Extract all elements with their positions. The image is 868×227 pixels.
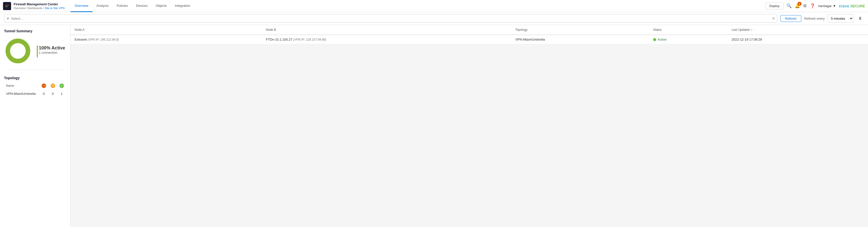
secure-label: SECURE: [850, 4, 865, 8]
svg-rect-0: [4, 3, 9, 8]
breadcrumb: Overview / Dashboards / Site to Site VPN: [13, 6, 64, 9]
notification-icon[interactable]: 🔔 2: [795, 3, 800, 8]
refresh-every-label: Refresh every: [804, 17, 825, 21]
tab-analysis[interactable]: Analysis: [92, 0, 113, 12]
topology-table: Name — ? ✓ VPN-: [4, 83, 66, 97]
filter-icon: ▼: [6, 17, 9, 21]
topo-col-name: Name: [4, 83, 39, 90]
cell-node-a: Extranet (VPN IP: 146.112.84.8): [70, 35, 262, 44]
col-header-status[interactable]: Status: [649, 25, 728, 35]
status-dot: [653, 38, 656, 41]
user-dropdown-icon: ▼: [833, 4, 836, 8]
cisco-logo: cisco SECURE: [839, 4, 865, 8]
col-header-last-updated[interactable]: Last Updated ↑: [727, 25, 868, 35]
topology-title: Topology: [4, 76, 66, 80]
cell-topology: VPN-MiamiUmbrella: [511, 35, 649, 44]
brand-title: Firewall Management Center Overview / Da…: [13, 2, 64, 10]
topo-row-orange: 0: [49, 90, 57, 97]
cisco-label: cisco: [839, 4, 849, 8]
cell-node-a-vpn: (VPN IP: 146.112.84.8): [88, 38, 119, 41]
help-icon[interactable]: ❓: [810, 3, 815, 8]
cell-node-b: FTDv-10.1.100.27 (VPN IP: 128.107.84.88): [262, 35, 511, 44]
notification-badge: 2: [798, 2, 802, 6]
nav-tabs: Overview Analysis Policies Devices Objec…: [70, 0, 766, 12]
filter-input-wrap: ▼ ✕: [4, 14, 777, 23]
status-active-indicator: Active: [653, 37, 724, 41]
user-menu[interactable]: namiagar ▼: [818, 4, 836, 8]
active-bar: [37, 46, 38, 57]
connections-count: 1 connection: [39, 51, 57, 55]
app-title: Firewall Management Center: [13, 2, 64, 6]
donut-chart: [4, 37, 32, 65]
topo-col-green: ✓: [57, 83, 66, 90]
tab-integration[interactable]: Integration: [171, 0, 194, 12]
donut-section: 100% Active 1 connection: [4, 37, 66, 70]
svg-rect-3: [8, 5, 8, 5]
status-label: Active: [658, 37, 666, 41]
svg-rect-5: [6, 6, 7, 7]
refresh-button[interactable]: Refresh: [780, 15, 802, 22]
topology-header-row: Name — ? ✓: [4, 83, 66, 90]
topo-row-name: VPN-MiamiUmbrella: [4, 90, 39, 97]
svg-point-8: [11, 44, 25, 58]
main-content: Tunnel Summary 100% Active 1 connection …: [0, 25, 868, 227]
breadcrumb-current: Site to Site VPN: [45, 6, 65, 9]
filter-clear-icon[interactable]: ✕: [772, 17, 775, 21]
deploy-button[interactable]: Deploy: [766, 2, 783, 9]
tab-devices[interactable]: Devices: [132, 0, 152, 12]
user-name: namiagar: [818, 4, 832, 8]
right-panel: Node A Node B Topology Status Last Updat…: [70, 25, 868, 227]
app-logo: [3, 2, 11, 10]
col-header-node-a[interactable]: Node A: [70, 25, 262, 35]
topo-row-red: 0: [39, 90, 49, 97]
topo-row-green: 1: [57, 90, 66, 97]
filter-bar: ▼ ✕ Refresh Refresh every 1 minute 2 min…: [0, 12, 868, 25]
tunnels-table: Node A Node B Topology Status Last Updat…: [70, 25, 868, 44]
refresh-interval-select[interactable]: 1 minute 2 minutes 5 minutes 10 minutes …: [828, 14, 854, 23]
tab-policies[interactable]: Policies: [113, 0, 132, 12]
topology-section: Topology Name — ? ✓: [4, 76, 66, 97]
pause-button[interactable]: ⏸: [857, 16, 864, 22]
topo-col-orange: ?: [49, 83, 57, 90]
svg-rect-4: [5, 6, 6, 7]
top-navigation: Firewall Management Center Overview / Da…: [0, 0, 868, 12]
red-status-icon: —: [41, 84, 46, 88]
nav-right: Deploy 🔍 🔔 2 ⚙ ❓ namiagar ▼ cisco SECURE: [766, 2, 865, 9]
search-icon[interactable]: 🔍: [786, 3, 792, 8]
settings-icon[interactable]: ⚙: [803, 3, 807, 8]
left-panel: Tunnel Summary 100% Active 1 connection …: [0, 25, 70, 227]
col-header-topology[interactable]: Topology: [511, 25, 649, 35]
cell-node-b-vpn: (VPN IP: 128.107.84.88): [293, 38, 326, 41]
table-row: Extranet (VPN IP: 146.112.84.8) FTDv-10.…: [70, 35, 868, 44]
table-header-row: Node A Node B Topology Status Last Updat…: [70, 25, 868, 35]
orange-status-icon: ?: [51, 84, 55, 88]
svg-rect-2: [6, 5, 7, 5]
donut-stats: 100% Active 1 connection: [39, 46, 65, 57]
cell-last-updated: 2022-12-19 17:08:29: [727, 35, 868, 44]
tab-objects[interactable]: Objects: [152, 0, 171, 12]
svg-rect-1: [5, 5, 6, 5]
breadcrumb-base: Overview / Dashboards /: [13, 6, 44, 9]
topology-row: VPN-MiamiUmbrella 0 0 1: [4, 90, 66, 97]
cell-status: Active: [649, 35, 728, 44]
green-status-icon: ✓: [59, 84, 64, 88]
percent-active: 100% Active: [39, 46, 65, 51]
filter-input[interactable]: [11, 17, 772, 21]
tunnel-summary-title: Tunnel Summary: [4, 29, 66, 33]
tab-overview[interactable]: Overview: [70, 0, 92, 12]
col-header-node-b[interactable]: Node B: [262, 25, 511, 35]
topo-col-red: —: [39, 83, 49, 90]
